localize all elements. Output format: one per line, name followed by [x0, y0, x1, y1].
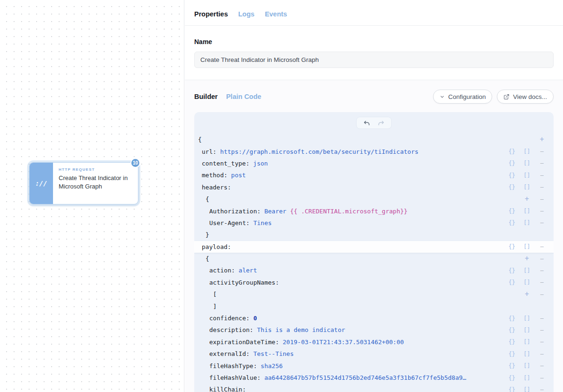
code-line[interactable]: url: https://graph.microsoft.com/beta/se… [194, 145, 554, 157]
object-control-icon[interactable]: {} [507, 375, 517, 381]
undo-icon[interactable] [363, 120, 371, 127]
tab-builder[interactable]: Builder [194, 93, 218, 100]
add-row-icon[interactable]: + [522, 255, 532, 262]
array-control-icon[interactable]: [] [522, 220, 532, 226]
code-line[interactable]: {+— [194, 193, 554, 205]
code-line[interactable]: headers:{}[]— [194, 181, 554, 193]
array-control-icon[interactable]: [] [522, 279, 532, 285]
array-control-icon[interactable]: [] [522, 208, 532, 214]
remove-row-icon[interactable]: — [537, 339, 547, 345]
code-line[interactable]: content_type: json{}[]— [194, 158, 554, 169]
code-line[interactable]: ] [194, 300, 554, 312]
tab-events[interactable]: Events [265, 10, 287, 18]
remove-row-icon[interactable]: — [537, 173, 547, 178]
object-control-icon[interactable]: {} [507, 363, 517, 369]
array-control-icon[interactable]: [] [522, 363, 532, 369]
remove-row-icon[interactable]: — [537, 292, 547, 297]
view-docs-button-label: View docs... [513, 93, 547, 100]
code-line[interactable]: [+— [194, 288, 554, 300]
add-row-icon[interactable]: + [537, 136, 547, 143]
array-control-icon[interactable]: [] [522, 268, 532, 273]
code-line[interactable]: externalId: Test--Tines{}[]— [194, 348, 554, 360]
events-count-badge[interactable]: 10 [130, 158, 140, 168]
code-line[interactable]: fileHashValue: aa64428647b57bf51524d1756… [194, 372, 554, 384]
array-control-icon[interactable]: [] [522, 184, 532, 190]
remove-row-icon[interactable]: — [537, 316, 547, 321]
object-control-icon[interactable]: {} [507, 208, 517, 214]
object-control-icon[interactable]: {} [507, 173, 517, 178]
array-control-icon[interactable]: [] [522, 339, 532, 345]
http-request-node[interactable]: :// HTTP REQUEST Create Threat Indicator… [29, 162, 138, 204]
code-line[interactable]: killChain:{}[]— [194, 384, 554, 392]
remove-row-icon[interactable]: — [537, 184, 547, 190]
code-line[interactable]: expirationDateTime: 2019-03-01T21:43:37.… [194, 336, 554, 348]
remove-row-icon[interactable]: — [537, 256, 547, 262]
builder-editor: {+url: https://graph.microsoft.com/beta/… [194, 112, 554, 392]
code-line[interactable]: description: This is a demo indicator{}[… [194, 324, 554, 336]
remove-row-icon[interactable]: — [537, 279, 547, 285]
array-control-icon[interactable]: [] [522, 387, 532, 392]
name-input[interactable]: Create Threat Indicator in Microsoft Gra… [194, 52, 554, 68]
array-control-icon[interactable]: [] [522, 149, 532, 154]
remove-row-icon[interactable]: — [537, 208, 547, 214]
remove-row-icon[interactable]: — [537, 244, 547, 249]
object-control-icon[interactable]: {} [507, 279, 517, 285]
object-control-icon[interactable]: {} [507, 351, 517, 357]
tines-app: :// HTTP REQUEST Create Threat Indicator… [0, 0, 563, 392]
remove-row-icon[interactable]: — [537, 149, 547, 154]
panel-tabs: Properties Logs Events [185, 0, 563, 25]
array-control-icon[interactable]: [] [522, 244, 532, 249]
view-docs-button[interactable]: View docs... [497, 90, 554, 104]
tab-logs[interactable]: Logs [238, 10, 255, 18]
remove-row-icon[interactable]: — [537, 327, 547, 333]
array-control-icon[interactable]: [] [522, 173, 532, 178]
object-control-icon[interactable]: {} [507, 149, 517, 154]
external-link-icon [503, 94, 510, 100]
add-row-icon[interactable]: + [522, 291, 532, 298]
code-line[interactable]: {+— [194, 253, 554, 264]
remove-row-icon[interactable]: — [537, 375, 547, 381]
builder-header: Builder Plain Code Configuration [194, 80, 554, 112]
object-control-icon[interactable]: {} [507, 160, 517, 166]
code-line[interactable]: {+ [194, 134, 554, 145]
object-control-icon[interactable]: {} [507, 339, 517, 345]
object-control-icon[interactable]: {} [507, 327, 517, 333]
http-request-icon: :// [30, 163, 53, 204]
remove-row-icon[interactable]: — [537, 351, 547, 357]
tab-properties[interactable]: Properties [194, 10, 228, 18]
object-control-icon[interactable]: {} [507, 244, 517, 249]
array-control-icon[interactable]: [] [522, 160, 532, 166]
object-control-icon[interactable]: {} [507, 220, 517, 226]
add-row-icon[interactable]: + [522, 196, 532, 203]
object-control-icon[interactable]: {} [507, 268, 517, 273]
code-line[interactable]: User-Agent: Tines{}[]— [194, 217, 554, 229]
redo-icon[interactable] [377, 120, 385, 127]
builder-section: Builder Plain Code Configuration [185, 80, 563, 392]
object-control-icon[interactable]: {} [507, 316, 517, 321]
configuration-button[interactable]: Configuration [433, 90, 492, 104]
code-line[interactable]: activityGroupNames:{}[]— [194, 277, 554, 288]
remove-row-icon[interactable]: — [537, 196, 547, 202]
code-line[interactable]: Authorization: Bearer {{ .CREDENTIAL.mic… [194, 205, 554, 217]
array-control-icon[interactable]: [] [522, 375, 532, 381]
code-line[interactable]: confidence: 0{}[]— [194, 312, 554, 324]
code-line[interactable]: method: post{}[]— [194, 169, 554, 181]
remove-row-icon[interactable]: — [537, 363, 547, 369]
code-line[interactable]: action: alert{}[]— [194, 264, 554, 276]
object-control-icon[interactable]: {} [507, 387, 517, 392]
remove-row-icon[interactable]: — [537, 160, 547, 166]
code-line[interactable]: fileHashType: sha256{}[]— [194, 360, 554, 371]
code-line[interactable]: } [194, 229, 554, 241]
remove-row-icon[interactable]: — [537, 387, 547, 392]
array-control-icon[interactable]: [] [522, 316, 532, 321]
code-editor[interactable]: {+url: https://graph.microsoft.com/beta/… [194, 134, 554, 392]
remove-row-icon[interactable]: — [537, 220, 547, 226]
code-line[interactable]: payload:{}[]— [194, 241, 554, 253]
tab-plain-code[interactable]: Plain Code [226, 93, 261, 100]
array-control-icon[interactable]: [] [522, 351, 532, 357]
undo-redo-toolbar [356, 117, 392, 129]
array-control-icon[interactable]: [] [522, 327, 532, 333]
object-control-icon[interactable]: {} [507, 184, 517, 190]
remove-row-icon[interactable]: — [537, 268, 547, 273]
story-canvas[interactable]: :// HTTP REQUEST Create Threat Indicator… [0, 0, 184, 392]
